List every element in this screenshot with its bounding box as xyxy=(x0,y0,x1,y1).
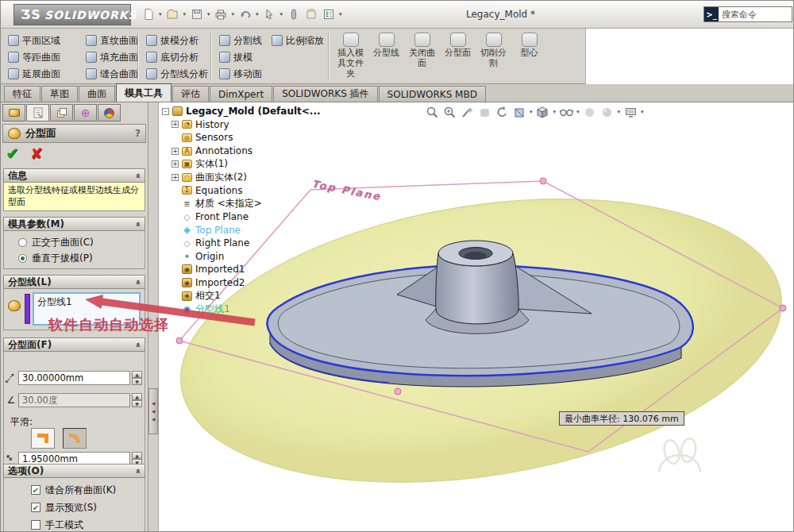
parting-line-listbox[interactable]: 分型线1 xyxy=(33,292,141,326)
file-properties-icon[interactable] xyxy=(303,6,318,21)
normal-to-surface-radio[interactable] xyxy=(18,238,27,247)
core-button[interactable]: 型心 xyxy=(511,32,547,58)
tree-item-material[interactable]: ≣材质 <未指定> xyxy=(162,197,345,210)
knit-all-surfaces-row[interactable]: ✔ 缝合所有曲面(K) xyxy=(31,484,116,496)
property-manager-tab[interactable] xyxy=(26,104,49,121)
insert-mold-folder-button[interactable]: 插入模具文件夹 xyxy=(333,32,368,79)
undo-caret[interactable]: ▾ xyxy=(256,11,259,17)
expand-box-icon[interactable]: + xyxy=(172,160,179,168)
hide-show-items-icon[interactable] xyxy=(582,104,598,120)
save-caret[interactable]: ▾ xyxy=(207,11,210,17)
options-icon[interactable] xyxy=(321,6,336,21)
tree-item-front-plane[interactable]: ◇Front Plane xyxy=(162,210,345,224)
tree-item-imported1[interactable]: ◉Imported1 xyxy=(162,263,345,276)
tree-item-annotations[interactable]: +AAnnotations xyxy=(162,145,345,158)
collapse-icon[interactable]: » xyxy=(133,341,143,347)
options-caret[interactable]: ▾ xyxy=(339,11,342,17)
tab-sketch[interactable]: 草图 xyxy=(41,86,78,102)
new-document-icon[interactable] xyxy=(141,6,156,21)
perpendicular-to-pull-radio[interactable] xyxy=(18,254,27,263)
tab-surfaces[interactable]: 曲面 xyxy=(79,86,115,102)
distance-spinner[interactable]: ▲▼ xyxy=(132,371,142,385)
select-cursor-icon[interactable] xyxy=(262,6,277,21)
split-line-button[interactable]: 分割线 xyxy=(217,33,264,48)
open-icon[interactable] xyxy=(165,6,180,21)
save-icon[interactable] xyxy=(189,6,204,21)
tab-dimxpert[interactable]: DimXpert xyxy=(210,86,272,102)
zoom-to-area-icon[interactable] xyxy=(441,104,457,120)
sharp-transition-button[interactable] xyxy=(31,428,55,449)
select-caret[interactable]: ▾ xyxy=(280,11,283,17)
tab-mold-tools[interactable]: 模具工具 xyxy=(116,83,172,102)
tree-root[interactable]: - Legacy_Mold (Default<... xyxy=(162,105,345,118)
feature-manager-tab[interactable] xyxy=(2,104,25,121)
help-icon[interactable]: ? xyxy=(135,128,141,139)
open-caret[interactable]: ▾ xyxy=(183,11,187,17)
print-caret[interactable]: ▾ xyxy=(232,11,235,17)
edit-appearance-icon[interactable] xyxy=(599,104,615,120)
view-orientation-icon[interactable] xyxy=(535,104,551,120)
distance-input[interactable]: 30.00000mm xyxy=(18,371,130,385)
collapse-icon[interactable]: » xyxy=(133,468,143,473)
tab-solidworks-addins[interactable]: SOLIDWORKS 插件 xyxy=(273,86,377,102)
parting-lines-button[interactable]: 分型线 xyxy=(368,32,404,58)
configuration-manager-tab[interactable] xyxy=(50,104,73,121)
tree-item-sensors[interactable]: ◎Sensors xyxy=(162,131,345,145)
view-orientation-caret[interactable]: ▾ xyxy=(553,109,557,115)
smooth-transition-button[interactable] xyxy=(63,428,87,449)
tree-item-top-plane[interactable]: ◆Top Plane xyxy=(162,223,345,237)
collapse-icon[interactable]: » xyxy=(133,221,143,226)
extend-surface-button[interactable]: 延展曲面 xyxy=(6,66,63,82)
shut-off-surfaces-button[interactable]: 关闭曲面 xyxy=(404,32,440,68)
view-settings-icon[interactable] xyxy=(622,104,638,120)
angle-spinner[interactable]: ▲▼ xyxy=(132,393,142,407)
rotate-view-icon[interactable] xyxy=(494,104,510,120)
cancel-button[interactable]: ✘ xyxy=(30,145,43,162)
collapse-box-icon[interactable]: - xyxy=(162,108,169,115)
tree-item-solid-bodies[interactable]: +▣实体(1) xyxy=(162,157,345,171)
print-icon[interactable] xyxy=(214,6,229,21)
display-style-caret[interactable]: ▾ xyxy=(576,109,580,115)
collapse-icon[interactable]: » xyxy=(133,172,143,178)
section-view-icon[interactable] xyxy=(511,104,527,120)
offset-surface-button[interactable]: 等距曲面 xyxy=(6,49,63,65)
tree-item-parting-line1[interactable]: ◉分型线1 xyxy=(162,303,345,316)
rebuild-icon[interactable] xyxy=(286,6,301,21)
knit-all-surfaces-checkbox[interactable]: ✔ xyxy=(31,485,40,495)
undo-icon[interactable] xyxy=(237,6,252,21)
tree-item-imported2[interactable]: ◉Imported2 xyxy=(162,276,345,290)
panel-collapse-handle[interactable]: ◀ ◀ ◀ xyxy=(148,388,158,434)
move-face-button[interactable]: 移动面 xyxy=(217,66,264,82)
show-preview-checkbox[interactable]: ✔ xyxy=(31,503,40,512)
expand-box-icon[interactable]: + xyxy=(172,148,179,155)
parting-line-item[interactable]: 分型线1 xyxy=(37,296,72,307)
angle-input[interactable]: 30.00度 xyxy=(18,393,130,407)
tree-item-origin[interactable]: ⌖Origin xyxy=(162,250,345,264)
parting-line-analysis-button[interactable]: 分型线分析 xyxy=(144,66,210,82)
parting-surfaces-button[interactable]: 分型面 xyxy=(440,32,476,58)
normal-to-surface-radio-row[interactable]: 正交于曲面(C) xyxy=(4,234,145,250)
draft-analysis-button[interactable]: 拔模分析 xyxy=(144,33,210,48)
search-commands-box[interactable]: >_ 搜索命令 xyxy=(703,6,792,22)
zoom-to-fit-icon[interactable] xyxy=(424,104,440,120)
mold-parameters-header[interactable]: 模具参数(M) » xyxy=(3,217,145,231)
tree-item-right-plane[interactable]: ◇Right Plane xyxy=(162,237,345,250)
scale-button[interactable]: 比例缩放 xyxy=(269,33,326,48)
tab-evaluate[interactable]: 评估 xyxy=(172,86,209,102)
ruled-surface-button[interactable]: 直纹曲面 xyxy=(83,33,141,48)
info-section-header[interactable]: 信息 » xyxy=(3,168,145,183)
display-style-icon[interactable] xyxy=(558,104,574,120)
ok-button[interactable]: ✔ xyxy=(6,144,19,163)
previous-view-icon[interactable] xyxy=(476,104,492,120)
tooling-split-button[interactable]: 切削分割 xyxy=(476,32,511,68)
panel-splitter[interactable]: ◀ ◀ ◀ xyxy=(148,102,159,532)
show-preview-row[interactable]: ✔ 显示预览(S) xyxy=(31,501,97,514)
undercut-analysis-button[interactable]: 底切分析 xyxy=(144,49,210,65)
display-manager-tab[interactable] xyxy=(98,104,121,121)
new-document-caret[interactable]: ▾ xyxy=(159,11,162,17)
section-view-caret[interactable]: ▾ xyxy=(530,109,533,115)
parting-surface-header[interactable]: 分型面(F) » xyxy=(3,337,145,352)
collapse-icon[interactable]: » xyxy=(133,279,143,284)
planar-surface-button[interactable]: 平面区域 xyxy=(6,33,63,48)
edit-appearance-caret[interactable]: ▾ xyxy=(618,109,621,115)
